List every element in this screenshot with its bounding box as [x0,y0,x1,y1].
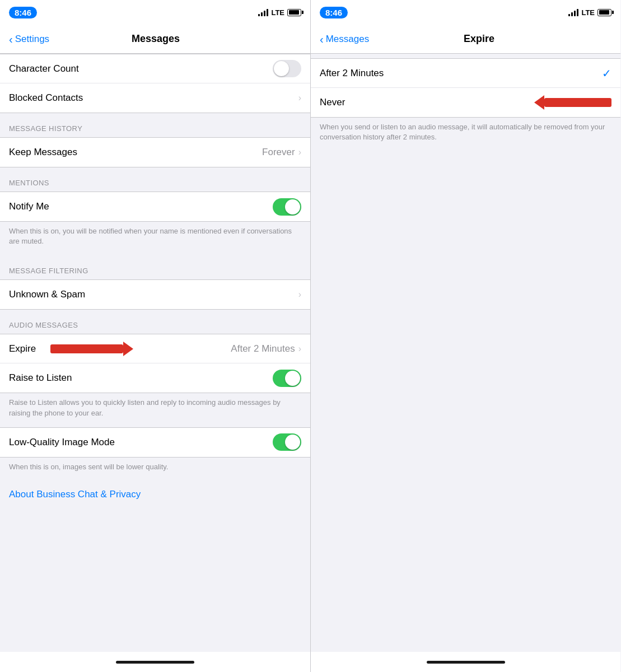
raise-listen-row: Raise to Listen [0,363,310,393]
top-rows-card: Character Count Blocked Contacts › [0,54,310,113]
expire-option-never[interactable]: Never [311,88,620,117]
expire-option-2min[interactable]: After 2 Minutes ✓ [311,59,620,88]
right-arrow [50,342,133,356]
lte-label-right: LTE [581,8,595,17]
status-bar-right: 8:46 LTE [311,0,620,25]
notify-me-footer: When this is on, you will be notified wh… [0,222,310,255]
low-quality-footer: When this is on, images sent will be low… [0,458,310,481]
keep-messages-label: Keep Messages [9,147,262,158]
unknown-spam-row[interactable]: Unknown & Spam › [0,280,310,309]
keep-messages-row[interactable]: Keep Messages Forever › [0,138,310,167]
signal-icon-right [568,8,578,16]
blocked-contacts-chevron: › [298,93,301,103]
keep-messages-value: Forever [262,147,295,158]
section-audio: AUDIO MESSAGES [0,310,310,334]
back-label-right: Messages [326,34,369,45]
raise-listen-toggle[interactable] [273,370,301,387]
nav-bar-right: ‹ Messages Expire [311,25,620,54]
battery-icon-left [287,9,301,16]
left-arrow [534,95,611,110]
expire-chevron: › [298,344,301,354]
status-bar-left: 8:46 LTE [0,0,310,25]
expire-footer: When you send or listen to an audio mess… [311,118,620,151]
back-chevron-left: ‹ [9,34,13,45]
keep-messages-card: Keep Messages Forever › [0,137,310,167]
expire-value: After 2 Minutes [231,343,295,354]
section-mentions: MENTIONS [0,167,310,192]
right-panel: 8:46 LTE ‹ Messages Expire After 2 Minut… [310,0,620,672]
filtering-card: Unknown & Spam › [0,279,310,310]
blocked-contacts-label: Blocked Contacts [9,92,298,104]
raise-listen-label: Raise to Listen [9,372,273,384]
character-count-label: Character Count [9,63,273,74]
low-quality-row: Low-Quality Image Mode [0,428,310,457]
section-message-history: MESSAGE HISTORY [0,113,310,137]
character-count-toggle[interactable] [273,60,301,77]
option-2min-label: After 2 Minutes [320,68,602,79]
low-quality-label: Low-Quality Image Mode [9,437,273,448]
lte-label-left: LTE [271,8,284,17]
section-filtering: MESSAGE FILTERING [0,255,310,279]
blocked-contacts-row[interactable]: Blocked Contacts › [0,83,310,113]
signal-icon [258,8,268,16]
home-indicator-left [0,652,310,672]
content-right: After 2 Minutes ✓ Never When you send or… [311,54,620,652]
low-quality-toggle[interactable] [273,433,301,451]
raise-listen-footer: Raise to Listen allows you to quickly li… [0,393,310,427]
home-indicator-right [311,652,620,672]
home-bar-right [427,661,505,664]
back-label-left: Settings [15,34,49,45]
expire-options-card: After 2 Minutes ✓ Never [311,58,620,118]
back-button-left[interactable]: ‹ Settings [9,34,49,45]
checkmark-icon: ✓ [602,67,611,80]
audio-card: Expire After 2 Minutes › Raise to Listen [0,334,310,393]
nav-bar-left: ‹ Settings Messages [0,25,310,54]
unknown-spam-label: Unknown & Spam [9,289,298,300]
left-panel: 8:46 LTE ‹ Settings Messages Character C… [0,0,310,672]
nav-title-left: Messages [49,33,262,45]
mentions-card: Notify Me [0,192,310,222]
expire-row[interactable]: Expire After 2 Minutes › [0,334,310,363]
notify-me-row: Notify Me [0,192,310,221]
low-quality-card: Low-Quality Image Mode [0,427,310,458]
character-count-row: Character Count [0,54,310,83]
time-left: 8:46 [9,7,37,18]
status-right-right: LTE [568,8,611,17]
time-right: 8:46 [320,7,348,18]
about-link[interactable]: About Business Chat & Privacy [0,481,310,508]
battery-icon-right [597,9,611,16]
notify-me-label: Notify Me [9,201,273,212]
back-button-right[interactable]: ‹ Messages [320,34,369,45]
status-right-left: LTE [258,8,301,17]
keep-messages-chevron: › [298,147,301,157]
nav-title-right: Expire [369,33,589,45]
home-bar-left [116,661,194,664]
unknown-spam-chevron: › [298,290,301,300]
back-chevron-right: ‹ [320,34,324,45]
notify-me-toggle[interactable] [273,198,301,216]
content-left: Character Count Blocked Contacts › MESSA… [0,54,310,652]
